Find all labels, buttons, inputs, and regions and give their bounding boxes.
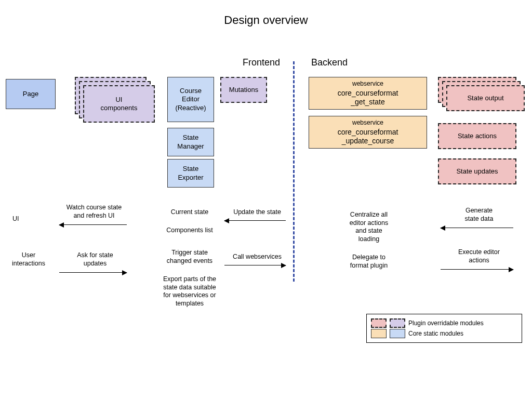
backend-label: Backend — [311, 57, 348, 68]
state-actions-box: State actions — [438, 123, 516, 149]
ask-updates-text: Ask for state updates — [72, 251, 118, 268]
trigger-events-text: Trigger state changed events — [153, 249, 226, 265]
legend-swatch-pink — [371, 318, 387, 328]
state-output-box: State output — [446, 85, 525, 111]
state-exporter-box: State Exporter — [167, 159, 214, 188]
arrow-ask-updates — [59, 272, 127, 273]
legend-core-text: Core static modules — [408, 330, 463, 337]
delegate-text: Delegate to format plugin — [343, 254, 395, 270]
mutations-box: Mutations — [220, 77, 267, 103]
arrow-generate — [441, 228, 513, 228]
watch-text: Watch course state and refresh UI — [63, 204, 125, 220]
ws2-label: webservice — [352, 119, 383, 127]
legend-overridable-text: Plugin overridable modules — [408, 320, 484, 327]
export-parts-text: Export parts of the state data suitable … — [152, 275, 227, 308]
ws2-name: core_courseformat _update_course — [338, 128, 398, 146]
call-ws-text: Call webservices — [229, 253, 286, 261]
frontend-label: Frontend — [243, 57, 280, 68]
execute-text: Execute editor actions — [448, 248, 510, 264]
ui-components-box: UI components — [83, 85, 155, 123]
webservice-get-state-box: webservice core_courseformat _get_state — [309, 77, 427, 110]
webservice-update-course-box: webservice core_courseformat _update_cou… — [309, 116, 427, 149]
course-editor-box: Course Editor (Reactive) — [167, 77, 214, 122]
legend-swatch-purple — [390, 318, 405, 328]
legend-swatch-blue — [390, 329, 405, 338]
state-updates-box: State updates — [438, 158, 516, 184]
current-state-text: Current state — [153, 208, 226, 217]
legend-row-core: Core static modules — [371, 329, 517, 338]
user-interactions-text: User interactions — [7, 251, 50, 268]
generate-text: Generate state data — [448, 207, 510, 223]
ws1-label: webservice — [352, 80, 383, 88]
ws1-name: core_courseformat _get_state — [338, 89, 398, 107]
arrow-update-state — [224, 220, 286, 221]
arrow-watch — [59, 224, 127, 225]
state-manager-box: State Manager — [167, 128, 214, 156]
page-box: Page — [6, 79, 56, 109]
centralize-text: Centralize all editor actions and state … — [343, 211, 395, 244]
frontend-backend-divider — [293, 61, 295, 282]
legend-swatch-orange — [371, 329, 387, 338]
legend-row-overridable: Plugin overridable modules — [371, 318, 517, 328]
ui-text: UI — [12, 215, 19, 223]
arrow-call-ws — [224, 265, 286, 265]
components-list-text: Components list — [153, 227, 226, 235]
diagram-title: Design overview — [0, 14, 532, 27]
update-state-text: Update the state — [229, 208, 286, 217]
arrow-execute — [441, 269, 513, 270]
legend-box: Plugin overridable modules Core static m… — [366, 314, 522, 343]
